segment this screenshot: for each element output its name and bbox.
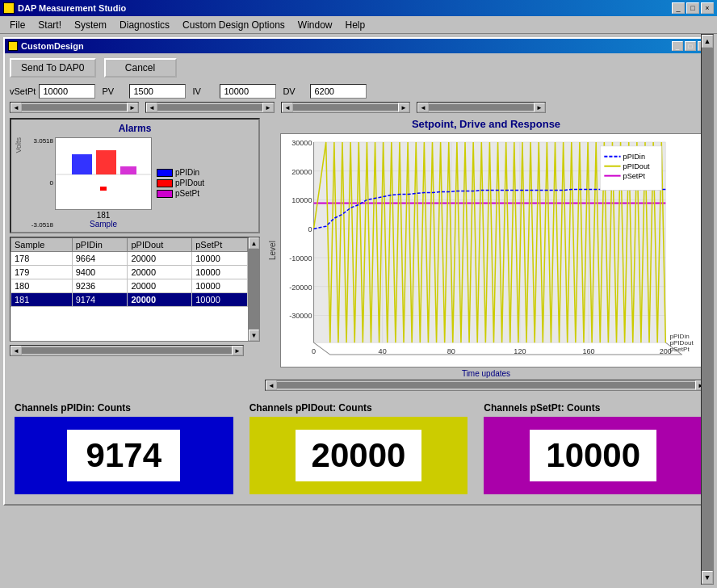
table-cell: 179 — [11, 266, 73, 279]
svg-text:pPIDout: pPIDout — [623, 162, 650, 170]
vsetpt-group: vSetPt — [10, 84, 95, 99]
table-h-scrollbar[interactable]: ◄ ► — [10, 345, 244, 356]
vsetpt-input[interactable] — [39, 84, 95, 99]
send-to-dap-button[interactable]: Send To DAP0 — [10, 58, 96, 78]
app-icon — [3, 2, 15, 14]
svg-line-33 — [314, 342, 330, 355]
col-ppidIn: pPIDin — [72, 238, 128, 252]
col-ppidOut: pPIDout — [128, 238, 192, 252]
pv-label: PV — [102, 86, 126, 96]
svg-rect-1 — [72, 154, 92, 174]
inner-window-title: CustomDesign — [8, 41, 84, 51]
minimize-button[interactable]: _ — [672, 2, 685, 14]
menu-system[interactable]: System — [68, 18, 113, 32]
chart-svg-container: 30000 20000 10000 0 -10000 -20000 -30000… — [280, 133, 707, 368]
main-content-area: Alarms Volts 3.0518 0 -3.0518 — [10, 118, 707, 391]
table-scroll-down[interactable]: ▼ — [249, 330, 259, 341]
scroll-track-3[interactable] — [293, 104, 398, 111]
table-wrapper: Sample pPIDin pPIDout pSetPt 17896642000… — [10, 237, 260, 342]
table-cell: 20000 — [128, 252, 192, 266]
chart-container: Level — [265, 133, 707, 378]
maximize-button[interactable]: □ — [686, 2, 699, 14]
pv-input[interactable] — [129, 84, 186, 99]
scroll-right-1[interactable]: ► — [127, 103, 138, 112]
table-cell: 9400 — [72, 266, 128, 279]
scrollbar-2[interactable]: ◄ ► — [145, 102, 275, 113]
menu-file[interactable]: File — [3, 18, 31, 32]
channel-ppidIn-title: Channels pPIDin: Counts — [15, 402, 233, 414]
chart-h-track[interactable] — [277, 382, 695, 388]
channels-row: Channels pPIDin: Counts 9174 Channels pP… — [10, 397, 707, 499]
alarms-legend: pPIDin pPIDout pSetPt — [157, 137, 204, 229]
scrollbar-1[interactable]: ◄ ► — [10, 102, 139, 113]
menu-diagnostics[interactable]: Diagnostics — [113, 18, 176, 32]
dv-input[interactable] — [310, 84, 367, 99]
scroll-right-3[interactable]: ► — [398, 103, 409, 112]
main-scroll-up[interactable]: ▲ — [702, 35, 713, 48]
scroll-left-4[interactable]: ◄ — [417, 103, 429, 112]
y-zero: 0 — [24, 179, 53, 187]
svg-text:0: 0 — [308, 225, 312, 233]
table-scroll-track[interactable] — [249, 249, 259, 330]
channel-ppidOut-box: 20000 — [249, 417, 468, 494]
menu-help[interactable]: Help — [339, 18, 372, 32]
inner-minimize-button[interactable]: _ — [672, 41, 683, 51]
scroll-right-2[interactable]: ► — [262, 103, 274, 112]
table-scroll-left[interactable]: ◄ — [10, 346, 22, 355]
cancel-button[interactable]: Cancel — [104, 58, 177, 78]
left-panel: Alarms Volts 3.0518 0 -3.0518 — [10, 118, 260, 391]
scroll-track-4[interactable] — [429, 104, 534, 111]
svg-text:30000: 30000 — [291, 139, 312, 147]
table-scrollbar[interactable]: ▲ ▼ — [248, 237, 259, 341]
table-cell: 10000 — [192, 279, 248, 293]
scroll-left-1[interactable]: ◄ — [10, 103, 22, 112]
alarms-chart-area: Volts 3.0518 0 -3.0518 — [15, 137, 255, 229]
top-buttons-row: Send To DAP0 Cancel — [10, 58, 707, 78]
iv-input[interactable] — [220, 84, 276, 99]
table-cell: 181 — [11, 293, 73, 307]
table-scroll-right[interactable]: ► — [232, 346, 243, 355]
menu-bar: File Start! System Diagnostics Custom De… — [0, 16, 717, 34]
table-h-track[interactable] — [22, 347, 232, 354]
table-header-row: Sample pPIDin pPIDout pSetPt — [11, 238, 248, 252]
menu-custom-design-options[interactable]: Custom Design Options — [176, 18, 291, 32]
scroll-right-4[interactable]: ► — [534, 103, 545, 112]
scroll-track-1[interactable] — [22, 104, 127, 111]
scroll-left-3[interactable]: ◄ — [282, 103, 293, 112]
channel-ppidIn-value: 9174 — [67, 430, 180, 481]
table-row: 17896642000010000 — [11, 252, 248, 266]
table-cell: 10000 — [192, 266, 248, 279]
channel-ppidOut: Channels pPIDout: Counts 20000 — [245, 397, 473, 499]
legend-psetpt: pSetPt — [157, 189, 204, 198]
scrollbar-3[interactable]: ◄ ► — [281, 102, 410, 113]
chart-h-scrollbar[interactable]: ◄ ► — [265, 380, 707, 391]
scroll-left-2[interactable]: ◄ — [146, 103, 157, 112]
legend-label-ppidIn: pPIDin — [175, 168, 199, 177]
svg-text:40: 40 — [379, 347, 387, 355]
menu-start[interactable]: Start! — [31, 18, 68, 32]
table-cell: 20000 — [128, 293, 192, 307]
table-cell: 9174 — [72, 293, 128, 307]
dv-label: DV — [283, 86, 307, 96]
inputs-row: vSetPt PV IV DV — [10, 84, 707, 99]
table-row: 18092362000010000 — [11, 279, 248, 293]
table-scroll-up[interactable]: ▲ — [249, 237, 259, 249]
table-cell: 10000 — [192, 293, 248, 307]
main-window: CustomDesign _ □ × Send To DAP0 Cancel v… — [3, 37, 714, 506]
main-scroll-down[interactable]: ▼ — [702, 571, 713, 584]
table-scroll-area[interactable]: Sample pPIDin pPIDout pSetPt 17896642000… — [10, 237, 248, 341]
table-cell: 180 — [11, 279, 73, 293]
chart-scroll-left[interactable]: ◄ — [266, 380, 277, 390]
chart-y-label: Level — [265, 133, 280, 368]
main-scroll-track[interactable] — [702, 48, 713, 571]
menu-window[interactable]: Window — [291, 18, 339, 32]
chart-title: Setpoint, Drive and Response — [265, 118, 707, 130]
inner-maximize-button[interactable]: □ — [685, 41, 696, 51]
main-chart-svg: 30000 20000 10000 0 -10000 -20000 -30000… — [281, 134, 707, 367]
scrollbar-4[interactable]: ◄ ► — [417, 102, 546, 113]
scroll-track-2[interactable] — [157, 104, 262, 111]
main-scrollbar[interactable]: ▲ ▼ — [701, 34, 714, 585]
close-button[interactable]: × — [701, 2, 714, 14]
table-body: 1789664200001000017994002000010000180923… — [11, 252, 248, 307]
col-sample: Sample — [11, 238, 73, 252]
